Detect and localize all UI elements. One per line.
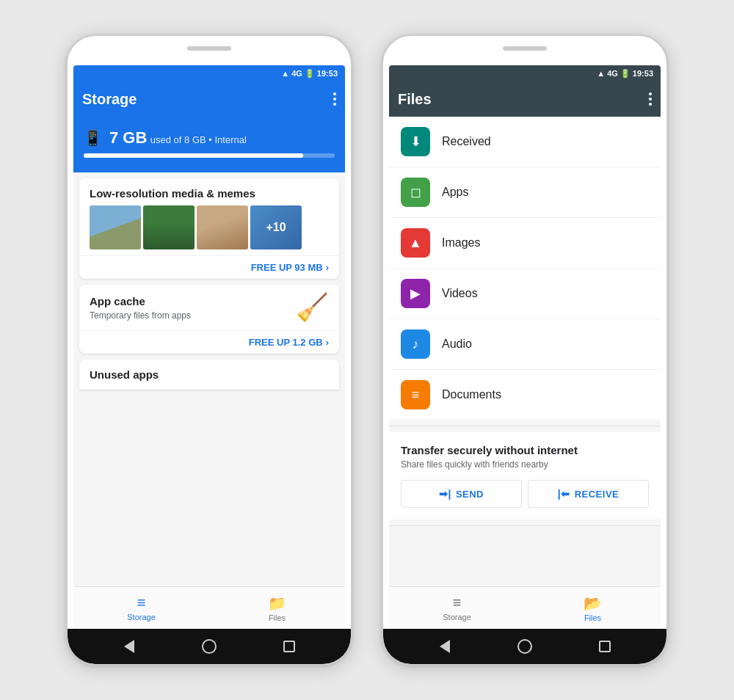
receive-label: RECEIVE bbox=[575, 489, 619, 500]
nav-label-files-2: Files bbox=[584, 613, 601, 622]
app-bar-title-1: Storage bbox=[82, 91, 137, 108]
nav-item-files-2[interactable]: 📂 Files bbox=[525, 587, 661, 629]
app-bar-1: Storage bbox=[73, 81, 345, 117]
files-nav-icon-2: 📂 bbox=[584, 594, 602, 612]
storage-info: 📱 7 GB used of 8 GB • Internal bbox=[84, 128, 335, 147]
files-screen-content: ⬇ Received ◻ Apps ▲ Images bbox=[389, 117, 661, 586]
signal-icon-1: ▲ 4G bbox=[281, 69, 302, 78]
file-item-audio[interactable]: ♪ Audio bbox=[389, 319, 661, 370]
transfer-subtitle: Share files quickly with friends nearby bbox=[401, 459, 649, 470]
nav-item-storage-1[interactable]: ≡ Storage bbox=[73, 587, 209, 629]
send-button[interactable]: ➡| SEND bbox=[401, 480, 522, 508]
recents-button-2[interactable] bbox=[597, 638, 613, 655]
storage-header: 📱 7 GB used of 8 GB • Internal bbox=[73, 117, 345, 172]
home-bar-2 bbox=[383, 629, 666, 664]
cache-illustration: 🧹 bbox=[296, 292, 329, 323]
file-name-images: Images bbox=[442, 236, 480, 249]
storage-nav-icon-2: ≡ bbox=[453, 594, 462, 611]
media-images-row: +10 bbox=[79, 205, 339, 255]
image-thumb-beach bbox=[90, 205, 141, 249]
home-button-2[interactable] bbox=[517, 638, 533, 655]
menu-button-1[interactable] bbox=[333, 92, 336, 106]
status-icons-2: ▲ 4G 🔋 19:53 bbox=[597, 69, 653, 79]
app-bar-2: Files bbox=[389, 81, 661, 117]
unused-apps-card: Unused apps bbox=[79, 360, 339, 390]
file-item-videos[interactable]: ▶ Videos bbox=[389, 269, 661, 319]
back-button-2[interactable] bbox=[437, 638, 453, 655]
file-name-apps: Apps bbox=[442, 186, 468, 199]
image-thumb-plus: +10 bbox=[250, 205, 302, 249]
receive-button[interactable]: |⬅ RECEIVE bbox=[528, 480, 649, 508]
storage-progress-fill bbox=[84, 153, 303, 158]
phone-2-screen: ▲ 4G 🔋 19:53 Files ⬇ Received bbox=[389, 65, 661, 629]
chevron-right-icon: › bbox=[326, 262, 329, 273]
phone-2: ▲ 4G 🔋 19:53 Files ⬇ Received bbox=[382, 34, 668, 666]
bottom-nav-2: ≡ Storage 📂 Files bbox=[389, 586, 661, 629]
transfer-section: Transfer securely without internet Share… bbox=[389, 432, 661, 519]
nav-label-files-1: Files bbox=[269, 613, 286, 622]
transfer-title: Transfer securely without internet bbox=[401, 444, 649, 456]
phone-1-screen: ▲ 4G 🔋 19:53 Storage 📱 7 GB used of 8 GB… bbox=[73, 65, 345, 629]
divider-1 bbox=[389, 426, 661, 426]
nav-item-storage-2[interactable]: ≡ Storage bbox=[389, 587, 525, 629]
media-card: Low-resolution media & memes +10 FREE UP… bbox=[79, 178, 339, 279]
home-button-1[interactable] bbox=[201, 638, 217, 655]
nav-item-files-1[interactable]: 📁 Files bbox=[209, 587, 345, 629]
file-item-received[interactable]: ⬇ Received bbox=[389, 117, 661, 167]
media-card-title: Low-resolution media & memes bbox=[79, 178, 339, 205]
file-name-received: Received bbox=[442, 135, 491, 148]
image-thumb-cat bbox=[197, 205, 248, 249]
send-arrow-icon: ➡| bbox=[439, 488, 451, 500]
images-icon: ▲ bbox=[401, 228, 430, 258]
status-bar-2: ▲ 4G 🔋 19:53 bbox=[389, 65, 661, 81]
audio-icon: ♪ bbox=[401, 329, 430, 359]
free-up-cache-button[interactable]: FREE UP 1.2 GB › bbox=[79, 330, 339, 354]
storage-screen-content: Low-resolution media & memes +10 FREE UP… bbox=[73, 172, 345, 586]
image-thumb-crowd bbox=[143, 205, 195, 249]
cache-subtitle: Temporary files from apps bbox=[90, 310, 191, 321]
storage-detail: used of 8 GB • Internal bbox=[150, 134, 247, 145]
file-item-images[interactable]: ▲ Images bbox=[389, 218, 661, 269]
file-item-documents[interactable]: ≡ Documents bbox=[389, 370, 661, 420]
storage-text: 7 GB used of 8 GB • Internal bbox=[109, 128, 247, 147]
storage-nav-icon-1: ≡ bbox=[137, 594, 146, 611]
home-bar-1 bbox=[68, 629, 351, 664]
chevron-right-icon-2: › bbox=[326, 337, 329, 348]
file-name-documents: Documents bbox=[442, 388, 501, 401]
cache-card-inner: App cache Temporary files from apps 🧹 bbox=[79, 285, 339, 330]
recents-button-1[interactable] bbox=[281, 638, 297, 655]
transfer-buttons: ➡| SEND |⬅ RECEIVE bbox=[401, 480, 649, 508]
time-2: 19:53 bbox=[633, 69, 653, 78]
nav-label-storage-2: Storage bbox=[443, 613, 471, 621]
plus-count: +10 bbox=[266, 221, 286, 234]
bottom-nav-1: ≡ Storage 📁 Files bbox=[73, 586, 345, 629]
free-up-media-button[interactable]: FREE UP 93 MB › bbox=[79, 255, 339, 279]
app-bar-title-2: Files bbox=[398, 91, 432, 108]
file-name-videos: Videos bbox=[442, 287, 478, 300]
status-icons-1: ▲ 4G 🔋 19:53 bbox=[281, 69, 338, 79]
cache-title: App cache bbox=[90, 295, 191, 310]
receive-arrow-icon: |⬅ bbox=[558, 488, 570, 500]
signal-icon-2: ▲ 4G bbox=[597, 69, 618, 78]
time-1: 19:53 bbox=[317, 69, 338, 78]
storage-progress-bar bbox=[84, 153, 335, 158]
cache-card: App cache Temporary files from apps 🧹 FR… bbox=[79, 285, 339, 354]
apps-icon: ◻ bbox=[401, 178, 430, 207]
phone-1: ▲ 4G 🔋 19:53 Storage 📱 7 GB used of 8 GB… bbox=[66, 34, 352, 666]
status-bar-1: ▲ 4G 🔋 19:53 bbox=[73, 65, 345, 81]
videos-icon: ▶ bbox=[401, 279, 430, 308]
unused-apps-title: Unused apps bbox=[79, 360, 339, 390]
file-name-audio: Audio bbox=[442, 338, 472, 351]
menu-button-2[interactable] bbox=[649, 92, 652, 106]
back-button-1[interactable] bbox=[121, 638, 137, 655]
file-item-apps[interactable]: ◻ Apps bbox=[389, 167, 661, 218]
send-label: SEND bbox=[456, 489, 484, 500]
files-list: ⬇ Received ◻ Apps ▲ Images bbox=[389, 117, 661, 420]
documents-icon: ≡ bbox=[401, 380, 430, 409]
files-nav-icon-1: 📁 bbox=[268, 594, 286, 612]
storage-used: 7 GB bbox=[109, 128, 147, 147]
battery-icon-2: 🔋 bbox=[620, 69, 631, 79]
nav-label-storage-1: Storage bbox=[127, 613, 156, 621]
divider-2 bbox=[389, 525, 661, 526]
phone-storage-icon: 📱 bbox=[84, 129, 102, 147]
